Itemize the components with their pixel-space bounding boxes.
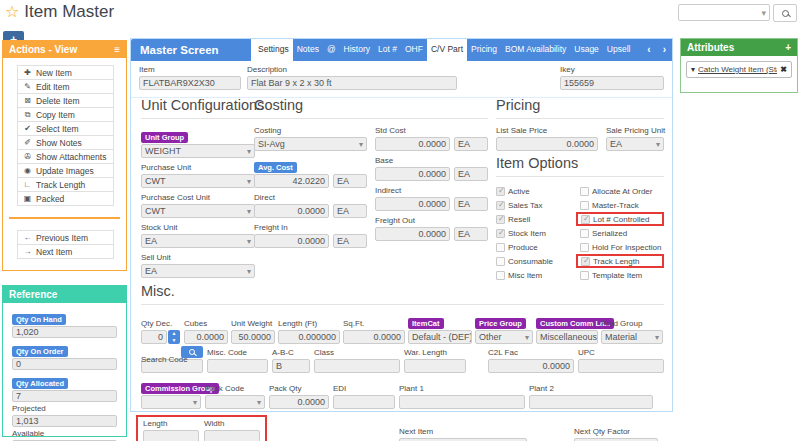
tab-ohf[interactable]: OHF xyxy=(401,39,427,61)
length-input[interactable] xyxy=(143,430,199,441)
itemcat-select[interactable]: Default - (DEF) xyxy=(408,330,472,344)
plant-1-input[interactable] xyxy=(399,395,525,409)
plant-2-input[interactable] xyxy=(529,395,653,409)
action-packed[interactable]: ▣Packed xyxy=(17,191,114,206)
action-update-images[interactable]: ◉Update Images xyxy=(17,163,114,178)
upc-input[interactable] xyxy=(578,359,664,373)
tab-bom-availability[interactable]: BOM Availability xyxy=(501,39,570,61)
add-attribute-button[interactable]: + xyxy=(785,42,791,53)
base-input[interactable]: 0.0000 xyxy=(375,167,450,181)
list-sale-price-input[interactable]: 0.0000 xyxy=(496,137,598,151)
avg-cost-input[interactable]: 42.0220 xyxy=(254,174,329,188)
action-select-item[interactable]: ✔Select Item xyxy=(17,121,114,136)
edi-input[interactable] xyxy=(333,395,395,409)
checkbox[interactable] xyxy=(580,271,589,280)
tab-pricing[interactable]: Pricing xyxy=(467,39,501,61)
custom-comm-select[interactable]: Miscellaneous - ( xyxy=(536,330,598,344)
stock-unit-select[interactable]: EA xyxy=(141,234,255,248)
checkbox[interactable] xyxy=(496,271,505,280)
menu-icon[interactable]: ≡ xyxy=(114,44,120,55)
action-previous-item[interactable]: ←Previous Item xyxy=(17,230,114,245)
cubes-input[interactable]: 0.0000 xyxy=(184,330,228,344)
commission-group-select[interactable] xyxy=(141,395,201,409)
pin-icon: ✔ xyxy=(23,124,32,133)
indirect-input[interactable]: 0.0000 xyxy=(375,197,450,211)
checkbox[interactable] xyxy=(496,243,505,252)
abc-input[interactable]: B xyxy=(272,359,310,373)
tab-settings[interactable]: Settings xyxy=(254,39,293,61)
tab-notes[interactable]: Notes xyxy=(293,39,323,61)
description-input[interactable]: Flat Bar 9 x 2 x 30 ft xyxy=(247,76,457,90)
action-delete-item[interactable]: ⊠Delete Item xyxy=(17,93,114,108)
action-show-notes[interactable]: ✐Show Notes xyxy=(17,135,114,150)
checkbox[interactable] xyxy=(496,229,505,238)
purchase-cost-unit-select[interactable]: CWT xyxy=(141,204,255,218)
qty-dec-input[interactable]: 0 xyxy=(141,330,167,344)
tab-history[interactable]: History xyxy=(340,39,374,61)
price-group-select[interactable]: Other xyxy=(475,330,533,344)
search-button[interactable] xyxy=(773,4,797,22)
checkbox[interactable] xyxy=(496,201,505,210)
tab-at[interactable]: @ xyxy=(323,39,340,61)
checkbox[interactable] xyxy=(496,215,505,224)
std-cost-input[interactable]: 0.0000 xyxy=(375,137,450,151)
unit-group-select[interactable]: WEIGHT xyxy=(141,144,255,158)
search-code-button[interactable] xyxy=(181,346,203,358)
sell-unit-select[interactable]: EA xyxy=(141,264,255,278)
description-label: Description xyxy=(247,65,457,75)
attribute-item[interactable]: ▾ Catch Weight Item (Standa... ✖ xyxy=(686,61,792,78)
tab-upsell[interactable]: Upsell xyxy=(603,39,635,61)
action-edit-item[interactable]: ✎Edit Item xyxy=(17,79,114,94)
direct-unit: EA xyxy=(333,204,367,218)
c2l-fac-input[interactable]: 0.0000 xyxy=(488,359,574,373)
checkbox[interactable] xyxy=(581,257,590,266)
checkbox[interactable] xyxy=(496,257,505,266)
ikey-input[interactable]: 155659 xyxy=(560,76,664,90)
action-show-attachments[interactable]: ✇Show Attachments xyxy=(17,149,114,164)
option-template-item: Template Item xyxy=(580,268,664,282)
sale-pricing-unit-select[interactable]: EA xyxy=(606,137,664,151)
attribute-link[interactable]: Catch Weight Item (Standa... xyxy=(698,65,777,74)
pricing-section: Pricing List Sale Price 0.0000 Sale Pric… xyxy=(496,97,664,151)
indirect-unit: EA xyxy=(454,197,488,211)
pack-code-select[interactable] xyxy=(205,395,265,409)
war-length-input[interactable] xyxy=(404,359,466,373)
purchase-unit-select[interactable]: CWT xyxy=(141,174,255,188)
tab-scroll-left-icon[interactable]: ‹ xyxy=(641,39,656,61)
checkbox[interactable] xyxy=(580,201,589,210)
tab-usage[interactable]: Usage xyxy=(570,39,603,61)
direct-input[interactable]: 0.0000 xyxy=(254,204,329,218)
checkbox[interactable] xyxy=(580,229,589,238)
action-track-length[interactable]: ∟Track Length xyxy=(17,177,114,192)
prod-group-select[interactable]: Material xyxy=(601,330,663,344)
width-input[interactable] xyxy=(204,430,260,441)
tab-cv-part[interactable]: C/V Part xyxy=(427,39,467,61)
freight-out-input[interactable]: 0.0000 xyxy=(375,227,450,241)
unit-weight-input[interactable]: 50.0000 xyxy=(231,330,275,344)
freight-in-input[interactable]: 0.0000 xyxy=(254,234,329,248)
misc-code-input[interactable] xyxy=(207,359,268,373)
highlight-box: Track Length xyxy=(576,254,664,268)
costing-method-select[interactable]: SI-Avg xyxy=(254,137,367,151)
item-input[interactable]: FLATBAR9X2X30 xyxy=(139,76,241,90)
checkbox[interactable] xyxy=(581,215,590,224)
tab-scroll-right-icon[interactable]: › xyxy=(657,39,672,61)
search-input[interactable]: ▾ xyxy=(678,4,770,21)
qty-dec-stepper[interactable]: ▲▼ xyxy=(168,330,180,344)
checkbox[interactable] xyxy=(496,187,505,196)
chevron-down-icon[interactable]: ▾ xyxy=(761,8,766,18)
action-copy-item[interactable]: ⧉Copy Item xyxy=(17,107,114,122)
itemcat-label: ItemCat xyxy=(408,318,444,329)
length-ft-input[interactable]: 0.000000 xyxy=(278,330,340,344)
close-icon[interactable]: ✖ xyxy=(780,65,787,74)
action-next-item[interactable]: →Next Item xyxy=(17,244,114,259)
sqft-input[interactable]: 0.0000 xyxy=(343,330,405,344)
favorite-star-icon[interactable]: ☆ xyxy=(5,4,19,20)
tab-lot-number[interactable]: Lot # xyxy=(374,39,401,61)
pack-qty-input[interactable]: 0.0000 xyxy=(269,395,329,409)
class-input[interactable] xyxy=(314,359,400,373)
chevron-down-icon[interactable]: ▾ xyxy=(691,65,695,74)
checkbox[interactable] xyxy=(580,187,589,196)
action-new-item[interactable]: ✚New Item xyxy=(17,65,114,80)
checkbox[interactable] xyxy=(580,243,589,252)
